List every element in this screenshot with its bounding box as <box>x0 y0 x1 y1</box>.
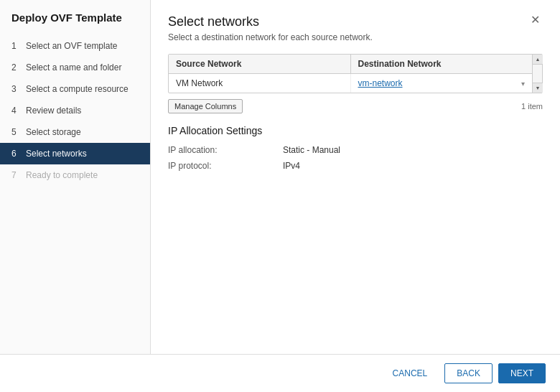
step-num-7: 7 <box>11 170 20 180</box>
table-footer-row: Manage Columns 1 item <box>168 99 543 113</box>
sidebar-item-7: 7 Ready to complete <box>0 164 150 186</box>
back-button[interactable]: BACK <box>444 363 493 383</box>
table-header: Source Network Destination Network <box>169 55 532 74</box>
next-button[interactable]: NEXT <box>498 363 546 383</box>
close-button[interactable]: ✕ <box>528 14 543 26</box>
ip-allocation-row: IP allocation: Static - Manual <box>168 145 543 155</box>
scroll-down-button[interactable]: ▼ <box>533 83 543 93</box>
sidebar-item-label-5: Select storage <box>26 127 81 137</box>
main-content: Select networks ✕ Select a destination n… <box>151 0 560 354</box>
step-num-2: 2 <box>11 62 20 73</box>
step-num-4: 4 <box>11 106 20 116</box>
page-subtitle: Select a destination network for each so… <box>168 32 543 42</box>
scroll-up-button[interactable]: ▲ <box>533 55 543 65</box>
sidebar-title: Deploy OVF Template <box>0 11 150 35</box>
step-num-5: 5 <box>11 127 20 137</box>
sidebar-item-6[interactable]: 6 Select networks <box>0 143 150 164</box>
chevron-down-icon: ▾ <box>521 80 525 88</box>
deploy-ovf-dialog: Deploy OVF Template 1 Select an OVF temp… <box>0 0 560 392</box>
sidebar-item-2[interactable]: 2 Select a name and folder <box>0 57 150 78</box>
sidebar-item-1[interactable]: 1 Select an OVF template <box>0 35 150 57</box>
network-table: Source Network Destination Network VM Ne… <box>169 55 532 93</box>
main-header: Select networks ✕ <box>168 14 543 29</box>
dest-network-cell[interactable]: vm-network ▾ <box>351 74 533 93</box>
ip-protocol-label: IP protocol: <box>168 161 283 171</box>
sidebar-item-5[interactable]: 5 Select storage <box>0 121 150 143</box>
scroll-track <box>533 65 542 83</box>
dialog-footer: CANCEL BACK NEXT <box>0 354 560 392</box>
sidebar-item-label-3: Select a compute resource <box>26 84 129 94</box>
sidebar: Deploy OVF Template 1 Select an OVF temp… <box>0 0 151 354</box>
ip-allocation-label: IP allocation: <box>168 145 283 155</box>
table-rows: VM Network vm-network ▾ <box>169 74 532 93</box>
sidebar-item-label-4: Review details <box>26 106 81 116</box>
network-table-wrapper: Source Network Destination Network VM Ne… <box>168 54 543 93</box>
table-row: VM Network vm-network ▾ <box>169 74 532 93</box>
sidebar-item-label-7: Ready to complete <box>26 170 98 180</box>
manage-columns-button[interactable]: Manage Columns <box>168 99 243 113</box>
source-network-cell: VM Network <box>169 74 351 93</box>
ip-protocol-row: IP protocol: IPv4 <box>168 161 543 171</box>
sidebar-item-3[interactable]: 3 Select a compute resource <box>0 78 150 100</box>
sidebar-item-label-2: Select a name and folder <box>26 62 121 73</box>
col-header-source: Source Network <box>169 55 351 73</box>
sidebar-item-4[interactable]: 4 Review details <box>0 100 150 121</box>
step-num-6: 6 <box>11 149 20 159</box>
step-num-1: 1 <box>11 41 20 51</box>
ip-protocol-value: IPv4 <box>283 161 300 171</box>
source-network-value: VM Network <box>176 78 223 88</box>
item-count: 1 item <box>521 102 543 111</box>
cancel-button[interactable]: CANCEL <box>381 364 439 383</box>
step-num-3: 3 <box>11 84 20 94</box>
page-title: Select networks <box>168 14 259 29</box>
ip-section-title: IP Allocation Settings <box>168 125 543 136</box>
ip-allocation-value: Static - Manual <box>283 145 340 155</box>
dialog-body: Deploy OVF Template 1 Select an OVF temp… <box>0 0 560 354</box>
table-scrollbar: ▲ ▼ <box>532 55 542 93</box>
sidebar-item-label-1: Select an OVF template <box>26 41 117 51</box>
col-header-dest: Destination Network <box>351 55 533 73</box>
sidebar-item-label-6: Select networks <box>26 149 87 159</box>
dest-network-value: vm-network <box>358 78 403 88</box>
